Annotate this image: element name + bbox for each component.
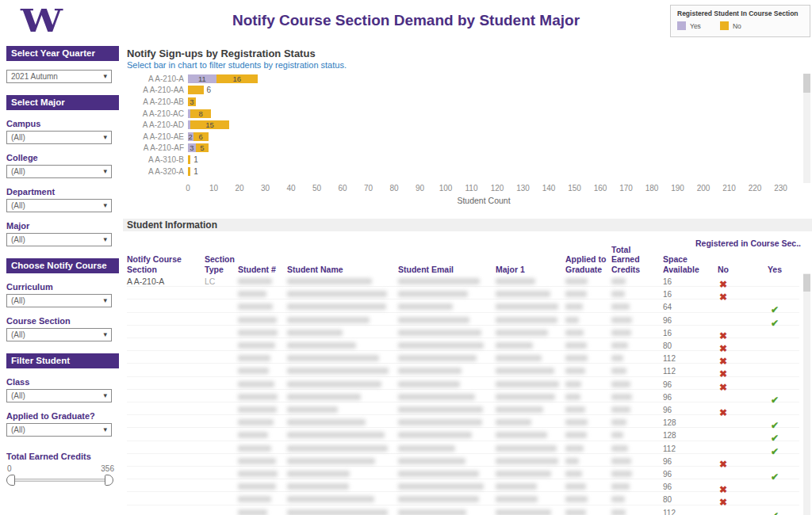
cell-space-available: 96 bbox=[663, 457, 672, 466]
bar-segment-no[interactable] bbox=[188, 86, 204, 94]
chart-title: Notify Sign-ups by Registration Status bbox=[127, 48, 316, 59]
registered-yes-cell: ✔ bbox=[752, 469, 798, 483]
x-mark-icon: ✖ bbox=[719, 459, 727, 470]
redacted-cell-student_num bbox=[238, 278, 272, 284]
x-mark-icon: ✖ bbox=[719, 407, 727, 418]
redacted-cell-student_name bbox=[287, 342, 356, 349]
x-mark-icon: ✖ bbox=[719, 382, 727, 393]
chart-bars: 26 bbox=[188, 132, 209, 141]
redacted-cell-student_name bbox=[287, 445, 388, 452]
cell-space-available: 96 bbox=[663, 406, 672, 414]
x-axis-tick: 150 bbox=[568, 184, 581, 193]
redacted-cell-credits bbox=[611, 432, 623, 438]
cell-section-type: LC bbox=[205, 277, 215, 286]
redacted-cell-student_num bbox=[238, 406, 277, 413]
redacted-cell-student_email bbox=[398, 317, 469, 323]
bar-segment-no[interactable]: 16 bbox=[216, 74, 258, 83]
bar-segment-no[interactable] bbox=[188, 155, 190, 164]
redacted-cell-applied bbox=[565, 381, 581, 387]
redacted-cell-student_name bbox=[287, 381, 381, 387]
redacted-cell-student_num bbox=[238, 291, 266, 297]
bar-segment-no[interactable]: 6 bbox=[193, 132, 209, 141]
bar-segment-no[interactable] bbox=[188, 167, 190, 176]
row-divider bbox=[127, 491, 799, 492]
legend-swatch-no[interactable] bbox=[720, 21, 729, 30]
chevron-down-icon: ▾ bbox=[103, 236, 107, 243]
bar-segment-no[interactable]: 3 bbox=[188, 97, 196, 106]
filter-dropdown-applied-to-graduate[interactable]: (All)▾ bbox=[6, 423, 112, 437]
chart-scrollbar[interactable] bbox=[803, 74, 810, 183]
redacted-cell-student_email bbox=[398, 303, 453, 310]
registered-yes-cell: ✔ bbox=[752, 392, 798, 406]
bar-segment-yes[interactable]: 11 bbox=[188, 74, 216, 83]
slider-handle-max[interactable] bbox=[105, 475, 113, 486]
filter-dropdown-class[interactable]: (All)▾ bbox=[6, 389, 112, 402]
chevron-down-icon: ▾ bbox=[103, 297, 107, 304]
redacted-cell-major1 bbox=[496, 406, 543, 413]
table-scrollbar[interactable] bbox=[803, 273, 810, 515]
redacted-cell-major1 bbox=[496, 342, 533, 349]
legend-swatch-yes[interactable] bbox=[677, 21, 686, 30]
cell-space-available: 96 bbox=[663, 393, 672, 402]
filter-control: Course Section(All)▾ bbox=[6, 316, 119, 341]
legend-item-no[interactable]: No bbox=[720, 21, 741, 30]
redacted-cell-credits bbox=[611, 303, 630, 310]
chart-bars: 1 bbox=[188, 155, 198, 164]
column-header-no: No bbox=[703, 249, 744, 274]
slider-handle-min[interactable] bbox=[6, 475, 15, 486]
column-header-yes: Yes bbox=[752, 249, 798, 274]
chart-bars: 35 bbox=[188, 143, 209, 152]
x-axis-tick: 90 bbox=[416, 184, 424, 193]
cell-space-available: 128 bbox=[663, 418, 676, 427]
filter-dropdown-department[interactable]: (All)▾ bbox=[6, 199, 112, 212]
column-header-student_name: Student Name bbox=[287, 249, 374, 274]
bar-segment-no[interactable]: 8 bbox=[190, 109, 211, 118]
column-header-credits: Total Earned Credits bbox=[611, 249, 661, 274]
legend-item-yes[interactable]: Yes bbox=[677, 21, 701, 30]
redacted-cell-credits bbox=[611, 317, 632, 323]
x-axis-tick: 30 bbox=[261, 184, 270, 193]
credits-slider[interactable] bbox=[6, 475, 113, 486]
bar-segment-no[interactable]: 15 bbox=[190, 120, 229, 129]
registered-no-cell: ✖ bbox=[703, 405, 744, 419]
bar-value-label: 1 bbox=[193, 167, 198, 176]
filter-dropdown-curriculum[interactable]: (All)▾ bbox=[6, 294, 112, 307]
bar-segment-no[interactable]: 5 bbox=[196, 143, 209, 152]
redacted-cell-applied bbox=[565, 330, 584, 336]
row-divider bbox=[127, 453, 799, 454]
filter-dropdown-campus[interactable]: (All)▾ bbox=[6, 131, 112, 144]
redacted-cell-applied bbox=[565, 406, 585, 413]
redacted-cell-credits bbox=[611, 406, 630, 413]
chart-scrollbar-thumb[interactable] bbox=[803, 74, 810, 93]
column-header-notify_course_section: Notify Course Section bbox=[127, 249, 189, 274]
redacted-cell-major1 bbox=[496, 394, 555, 400]
filter-control: Applied to Graduate?(All)▾ bbox=[6, 411, 119, 437]
redacted-cell-major1 bbox=[496, 278, 535, 284]
redacted-cell-student_name bbox=[287, 483, 349, 490]
redacted-cell-student_email bbox=[398, 381, 460, 387]
filter-label: College bbox=[6, 153, 119, 162]
filter-dropdown-course-section[interactable]: (All)▾ bbox=[6, 328, 112, 341]
redacted-cell-student_email bbox=[398, 342, 484, 349]
x-axis-tick: 180 bbox=[645, 184, 659, 193]
chevron-down-icon: ▾ bbox=[103, 331, 107, 338]
redacted-cell-student_name bbox=[287, 496, 374, 502]
table-scrollbar-thumb[interactable] bbox=[803, 274, 810, 292]
x-mark-icon: ✖ bbox=[719, 356, 727, 367]
filter-dropdown-select-year-quarter[interactable]: 2021 Autumn▾ bbox=[6, 70, 112, 83]
chart-row: A A-210-AF35 bbox=[123, 143, 258, 154]
x-mark-icon: ✖ bbox=[719, 279, 727, 290]
redacted-cell-applied bbox=[565, 483, 586, 490]
x-axis-tick: 160 bbox=[594, 184, 607, 193]
chart-row: A A-310-B1 bbox=[123, 154, 258, 166]
filter-dropdown-major[interactable]: (All)▾ bbox=[6, 233, 112, 246]
redacted-cell-student_email bbox=[398, 355, 477, 361]
redacted-cell-student_name bbox=[287, 509, 388, 515]
redacted-cell-student_name bbox=[287, 355, 379, 361]
bar-segment-yes[interactable]: 3 bbox=[188, 143, 196, 152]
redacted-cell-credits bbox=[611, 278, 626, 284]
row-divider bbox=[127, 350, 799, 351]
chart-subtitle: Select bar in chart to filter students b… bbox=[127, 60, 347, 70]
chart-row: A A-210-AB3 bbox=[123, 96, 258, 108]
filter-dropdown-college[interactable]: (All)▾ bbox=[6, 165, 112, 178]
